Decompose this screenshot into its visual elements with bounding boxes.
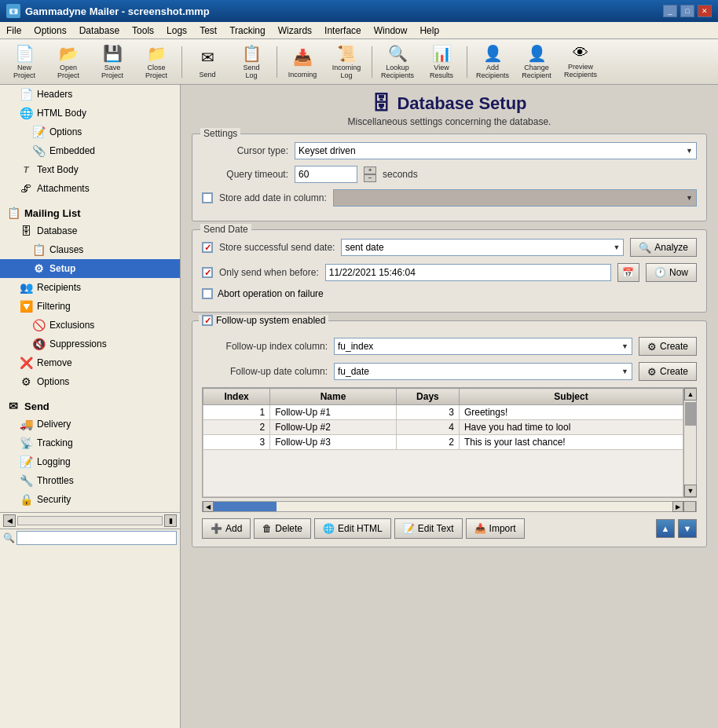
store-date-select[interactable]: ▼ — [333, 189, 697, 207]
vscroll-thumb[interactable] — [685, 402, 696, 426]
menu-options[interactable]: Options — [27, 24, 72, 37]
edit-html-button[interactable]: 🌐 Edit HTML — [314, 518, 391, 539]
create-date-button[interactable]: ⚙ Create — [639, 362, 697, 381]
abort-checkbox[interactable] — [202, 288, 213, 299]
store-send-date-select[interactable]: sent date ▼ — [341, 239, 624, 256]
incoming-button[interactable]: 📥 Incoming — [281, 42, 324, 82]
sidebar-headers-label: Headers — [37, 89, 72, 100]
change-recipient-button[interactable]: 👤 ChangeRecipient — [515, 42, 558, 82]
query-timeout-input[interactable] — [295, 166, 357, 183]
save-project-button[interactable]: 💾 SaveProject — [91, 42, 134, 82]
sidebar-clauses-label: Clauses — [49, 244, 83, 255]
h-scrollbar-track[interactable] — [214, 502, 672, 511]
send-log-button[interactable]: 📋 SendLog — [230, 42, 273, 82]
add-recipients-button[interactable]: 👤 AddRecipients — [471, 42, 514, 82]
spinner-up[interactable]: + — [364, 166, 376, 174]
sidebar-item-clauses[interactable]: 📋 Clauses — [0, 240, 180, 259]
tracking-icon: 📡 — [19, 436, 33, 450]
sidebar-item-headers[interactable]: 📄 Headers — [0, 85, 180, 104]
sidebar-scroll-down[interactable]: ▮ — [164, 514, 177, 527]
sidebar-item-html-body[interactable]: 🌐 HTML Body — [0, 104, 180, 123]
sidebar-item-database[interactable]: 🗄 Database — [0, 221, 180, 240]
sidebar-item-remove[interactable]: ❌ Remove — [0, 353, 180, 372]
sidebar-item-tracking[interactable]: 📡 Tracking — [0, 434, 180, 452]
vscroll-down[interactable]: ▼ — [684, 485, 697, 497]
menu-help[interactable]: Help — [413, 24, 445, 37]
sidebar-item-recipients[interactable]: 👥 Recipients — [0, 278, 180, 297]
edit-text-button[interactable]: 📝 Edit Text — [394, 518, 463, 539]
sidebar-item-text-body[interactable]: T Text Body — [0, 160, 180, 179]
sidebar-item-embedded[interactable]: 📎 Embedded — [0, 141, 180, 160]
sidebar-section-send[interactable]: ✉ Send — [0, 396, 180, 415]
now-button[interactable]: 🕐 Analyze Now — [646, 263, 697, 282]
move-up-button[interactable]: ▲ — [656, 519, 675, 538]
add-button[interactable]: ➕ Add — [202, 518, 251, 539]
sidebar-item-security[interactable]: 🔒 Security — [0, 490, 180, 509]
close-project-button[interactable]: 📁 CloseProject — [135, 42, 178, 82]
store-send-date-checkbox[interactable] — [202, 242, 213, 253]
table-row[interactable]: 1 Follow-Up #1 3 Greetings! — [203, 405, 683, 420]
sidebar-scrollbar-track[interactable] — [17, 516, 163, 525]
maximize-button[interactable]: □ — [680, 5, 694, 17]
minimize-button[interactable]: _ — [663, 5, 677, 17]
menu-window[interactable]: Window — [368, 24, 414, 37]
sidebar-item-logging[interactable]: 📝 Logging — [0, 452, 180, 471]
spinner-down[interactable]: − — [364, 174, 376, 182]
open-project-button[interactable]: 📂 OpenProject — [47, 42, 90, 82]
preview-recipients-button[interactable]: 👁 PreviewRecipients — [559, 42, 602, 82]
h-scrollbar[interactable]: ◀ ▶ — [202, 501, 697, 512]
recipients-icon: 👥 — [19, 280, 33, 294]
sidebar-section-mailing-list[interactable]: 📋 Mailing List — [0, 203, 180, 221]
sidebar-search-input[interactable] — [16, 531, 177, 545]
move-down-button[interactable]: ▼ — [678, 519, 697, 538]
lookup-recipients-button[interactable]: 🔍 LookupRecipients — [376, 42, 419, 82]
close-button[interactable]: ✕ — [698, 5, 712, 17]
sidebar-item-attachments[interactable]: 🖇 Attachments — [0, 179, 180, 198]
sidebar-scroll-up[interactable]: ◀ — [3, 514, 16, 527]
only-send-checkbox[interactable] — [202, 267, 213, 278]
content-area: 🗄 Database Setup Miscellaneous settings … — [181, 85, 718, 728]
menu-interface[interactable]: Interface — [318, 24, 368, 37]
h-scroll-right[interactable]: ▶ — [672, 501, 683, 512]
sidebar-item-suppressions[interactable]: 🔇 Suppressions — [0, 335, 180, 353]
sidebar-item-throttles[interactable]: 🔧 Throttles — [0, 471, 180, 490]
sidebar-item-filtering[interactable]: 🔽 Filtering — [0, 297, 180, 316]
menu-tools[interactable]: Tools — [126, 24, 160, 37]
sidebar-item-exclusions[interactable]: 🚫 Exclusions — [0, 316, 180, 335]
table-vscroll[interactable]: ▲ ▼ — [684, 387, 697, 498]
sidebar-item-options[interactable]: 📝 Options — [0, 123, 180, 141]
send-icon: ✉ — [195, 45, 220, 70]
follow-up-date-select[interactable]: fu_date ▼ — [334, 363, 632, 380]
analyze-button[interactable]: 🔍 Analyze — [630, 238, 697, 257]
send-button[interactable]: ✉ Send — [186, 42, 229, 82]
menu-test[interactable]: Test — [193, 24, 223, 37]
sidebar-item-setup[interactable]: ⚙ Setup — [0, 259, 180, 278]
menu-wizards[interactable]: Wizards — [272, 24, 318, 37]
menu-file[interactable]: File — [0, 24, 27, 37]
sidebar-item-ml-options[interactable]: ⚙ Options — [0, 372, 180, 391]
title-bar-controls[interactable]: _ □ ✕ — [663, 5, 712, 17]
create-index-button[interactable]: ⚙ Create — [639, 337, 697, 356]
sidebar-item-delivery[interactable]: 🚚 Delivery — [0, 415, 180, 434]
sidebar-filtering-label: Filtering — [37, 301, 71, 312]
h-scroll-left[interactable]: ◀ — [203, 501, 214, 512]
follow-up-index-select[interactable]: fu_index ▼ — [334, 338, 632, 355]
h-scrollbar-thumb[interactable] — [214, 502, 277, 511]
vscroll-up[interactable]: ▲ — [684, 388, 697, 401]
view-results-button[interactable]: 📊 ViewResults — [420, 42, 463, 82]
cursor-type-select[interactable]: Keyset driven ▼ — [295, 142, 697, 159]
import-button[interactable]: 📥 Import — [466, 518, 525, 539]
menu-logs[interactable]: Logs — [160, 24, 193, 37]
incoming-log-button[interactable]: 📜 IncomingLog — [325, 42, 368, 82]
table-row[interactable]: 2 Follow-Up #2 4 Have you had time to lo… — [203, 420, 683, 435]
delete-button[interactable]: 🗑 Delete — [254, 518, 311, 539]
menu-tracking[interactable]: Tracking — [223, 24, 272, 37]
close-project-label: CloseProject — [145, 64, 167, 80]
calendar-button[interactable]: 📅 — [617, 263, 639, 282]
menu-database[interactable]: Database — [73, 24, 126, 37]
only-send-date-input[interactable] — [325, 264, 611, 281]
table-row[interactable]: 3 Follow-Up #3 2 This is your last chanc… — [203, 435, 683, 450]
new-project-button[interactable]: 📄 NewProject — [3, 42, 46, 82]
store-date-checkbox[interactable] — [202, 192, 213, 203]
follow-up-enabled-checkbox[interactable] — [202, 315, 213, 326]
